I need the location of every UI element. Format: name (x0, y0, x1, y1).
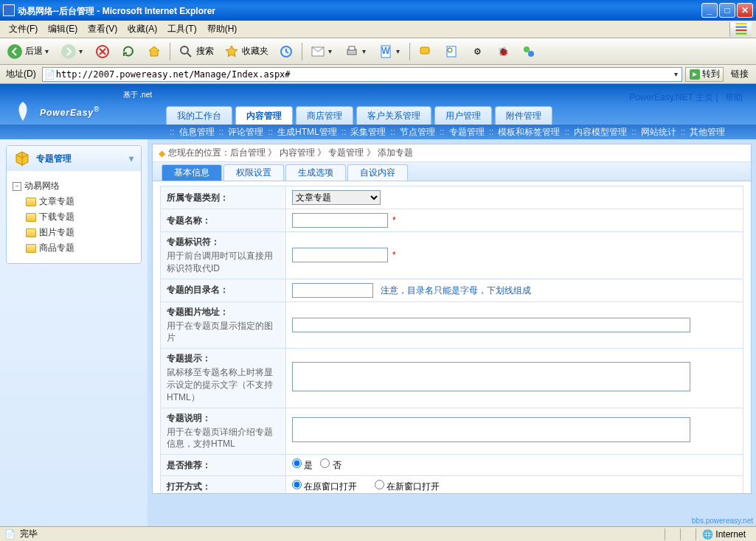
dir-input[interactable] (292, 283, 373, 298)
sub-nav-link[interactable]: 网站统计 (641, 126, 676, 139)
folder-icon (26, 244, 36, 253)
main-tab[interactable]: 附件管理 (495, 106, 552, 125)
inner-tab[interactable]: 自设内容 (347, 164, 408, 181)
print-icon (344, 43, 360, 60)
minimize-button[interactable]: _ (701, 3, 718, 18)
tool-a-button[interactable]: ⚙ (465, 41, 489, 62)
chevron-down-icon: ▾ (45, 47, 51, 55)
main-tab[interactable]: 客户关系管理 (356, 106, 431, 125)
tip-textarea[interactable] (292, 362, 690, 391)
sub-nav-link[interactable]: 其他管理 (690, 126, 725, 139)
print-button[interactable]: ▾ (340, 41, 372, 62)
tool-b-button[interactable]: 🐞 (491, 41, 515, 62)
sub-nav-link[interactable]: 模板和标签管理 (498, 126, 560, 139)
tree-item[interactable]: 下载专题 (13, 209, 135, 225)
menu-favorites[interactable]: 收藏(A) (123, 21, 162, 37)
home-link[interactable]: PowerEasy.NET 主页 (629, 92, 713, 102)
svg-text:W: W (381, 46, 390, 56)
history-button[interactable] (274, 41, 298, 62)
sub-nav: ::信息管理::评论管理::生成HTML管理::采集管理::节点管理::专题管理… (0, 125, 756, 139)
name-input[interactable] (292, 213, 388, 228)
main-tabs: 我的工作台内容管理商店管理客户关系管理用户管理附件管理 (166, 106, 552, 125)
leaf-icon (10, 100, 35, 122)
app-header: 基于 .net PowerEasy® PowerEasy.NET 主页 | 帮助… (0, 84, 756, 139)
main-tab[interactable]: 用户管理 (434, 106, 492, 125)
help-link[interactable]: 帮助 (725, 92, 743, 102)
favorites-button[interactable]: 收藏夹 (220, 41, 272, 62)
main-tab[interactable]: 我的工作台 (166, 106, 232, 125)
folder-icon (26, 228, 36, 237)
sub-nav-link[interactable]: 专题管理 (449, 126, 485, 139)
sidebar-tree: − 动易网络 文章专题下载专题图片专题商品专题 (7, 171, 141, 263)
chevron-down-icon: ▾ (79, 47, 85, 55)
inner-tab[interactable]: 基本信息 (162, 164, 222, 181)
svg-point-13 (524, 46, 530, 52)
svg-point-0 (7, 44, 22, 59)
sub-nav-link[interactable]: 信息管理 (179, 126, 215, 139)
identifier-input[interactable] (292, 248, 388, 262)
sub-nav-link[interactable]: 采集管理 (350, 126, 386, 139)
chevron-down-icon[interactable]: ▾ (674, 70, 680, 78)
tree-root[interactable]: − 动易网络 (13, 178, 135, 194)
address-input[interactable] (56, 69, 674, 80)
svg-rect-7 (349, 46, 355, 50)
category-select[interactable]: 文章专题 (292, 190, 381, 205)
sidebar: 专题管理 ▾ − 动易网络 文章专题下载专题图片专题商品专题 (0, 139, 148, 526)
desc-textarea[interactable] (292, 417, 690, 442)
sub-nav-link[interactable]: 节点管理 (400, 126, 435, 139)
stop-button[interactable] (91, 41, 114, 62)
research-button[interactable] (440, 41, 463, 62)
open-new[interactable]: 在新窗口打开 (375, 481, 440, 492)
sub-nav-link[interactable]: 内容模型管理 (574, 126, 627, 139)
menu-edit[interactable]: 编辑(E) (44, 21, 82, 37)
menu-help[interactable]: 帮助(H) (203, 21, 242, 37)
recommend-yes[interactable]: 是 (292, 460, 313, 470)
maximize-button[interactable]: □ (719, 3, 735, 18)
folder-icon (26, 198, 36, 206)
back-button[interactable]: 后退 ▾ (3, 41, 55, 62)
sub-nav-link[interactable]: 生成HTML管理 (277, 126, 337, 139)
menu-view[interactable]: 查看(V) (83, 21, 122, 37)
search-button[interactable]: 搜索 (174, 41, 218, 62)
main-tab[interactable]: 商店管理 (296, 106, 353, 125)
close-button[interactable]: ✕ (737, 3, 753, 18)
recommend-no[interactable]: 否 (320, 460, 341, 470)
inner-tab[interactable]: 权限设置 (223, 164, 284, 181)
main-tab[interactable]: 内容管理 (235, 106, 293, 125)
status-bar: 📄 完毕 🌐 Internet (0, 526, 756, 541)
messenger-button[interactable] (517, 41, 541, 62)
main-area: ◆ 您现在的位置：后台管理 》 内容管理 》 专题管理 》 添加专题 基本信息权… (148, 139, 756, 526)
sidebar-title: 专题管理 ▾ (7, 146, 141, 171)
inner-tab[interactable]: 生成选项 (285, 164, 346, 181)
home-button[interactable] (142, 41, 166, 62)
tree-item[interactable]: 图片专题 (13, 225, 135, 240)
search-icon (178, 43, 194, 60)
address-box[interactable]: 📄 ▾ (42, 67, 682, 82)
edit-button[interactable]: W▾ (374, 41, 406, 62)
logo: 基于 .net PowerEasy® (0, 84, 162, 128)
page-icon: 📄 (44, 69, 56, 80)
forward-button[interactable]: ▾ (57, 41, 89, 62)
tree-item[interactable]: 文章专题 (13, 194, 135, 209)
menu-tools[interactable]: 工具(T) (163, 21, 201, 37)
links-label[interactable]: 链接 (726, 68, 753, 80)
imgurl-input[interactable] (292, 318, 690, 332)
chevron-down-icon[interactable]: ▾ (129, 153, 133, 164)
refresh-button[interactable] (117, 41, 140, 62)
tree-item[interactable]: 商品专题 (13, 240, 135, 256)
label-desc: 专题说明： (167, 413, 211, 423)
label-category: 所属专题类别： (167, 192, 229, 203)
ie-logo-icon (729, 22, 752, 37)
go-icon (689, 69, 701, 80)
discuss-button[interactable] (414, 41, 437, 62)
mail-button[interactable]: ▾ (306, 41, 338, 62)
open-same[interactable]: 在原窗口打开 (292, 481, 357, 492)
svg-point-14 (528, 51, 534, 57)
sub-nav-link[interactable]: 评论管理 (228, 126, 263, 139)
label-dir: 专题的目录名： (167, 285, 229, 295)
back-icon (7, 43, 23, 60)
app-area: 基于 .net PowerEasy® PowerEasy.NET 主页 | 帮助… (0, 84, 756, 526)
go-button[interactable]: 转到 (685, 67, 724, 82)
collapse-icon[interactable]: − (13, 182, 21, 191)
menu-file[interactable]: 文件(F) (4, 21, 42, 37)
